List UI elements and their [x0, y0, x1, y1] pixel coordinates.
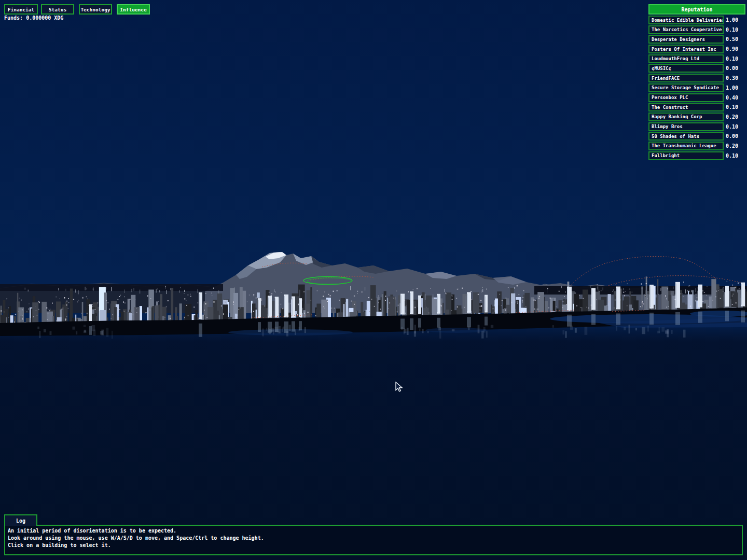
city-scene[interactable] — [0, 0, 747, 560]
reputation-company[interactable]: FriendFACE — [648, 74, 724, 82]
reputation-company[interactable]: ¢MUSIC¢ — [648, 64, 724, 73]
reputation-value: 1.00 — [726, 83, 744, 92]
reputation-company[interactable]: Blimpy Bros — [648, 122, 724, 131]
reputation-row: LoudmouthFrog Ltd 0.10 — [648, 54, 745, 63]
reputation-value: 0.10 — [726, 25, 744, 34]
log-line: An initial period of disorientation is t… — [8, 527, 739, 535]
reputation-company[interactable]: The Construct — [648, 103, 724, 111]
reputation-row: Domestic Edible Deliveries 1.00 — [648, 16, 745, 24]
reputation-value: 0.10 — [726, 122, 744, 131]
reputation-company[interactable]: LoudmouthFrog Ltd — [648, 54, 724, 63]
reputation-header: Reputation — [648, 4, 745, 15]
reputation-row: Personbox PLC 0.40 — [648, 93, 745, 102]
reputation-company[interactable]: Secure Storage Syndicate — [648, 83, 724, 92]
reputation-row: Happy Banking Corp 0.20 — [648, 113, 745, 121]
log-line: Look around using the mouse, use W/A/S/D… — [8, 535, 739, 542]
log-tab[interactable]: Log — [4, 514, 37, 526]
technology-button[interactable]: Technology — [79, 4, 112, 15]
reputation-value: 0.30 — [726, 74, 744, 82]
reputation-value: 0.10 — [726, 151, 744, 160]
reputation-value: 1.00 — [726, 16, 744, 24]
reputation-company[interactable]: 50 Shades of Hats — [648, 132, 724, 141]
reputation-row: The Narcotics Cooperative 0.10 — [648, 25, 745, 34]
reputation-row: Blimpy Bros 0.10 — [648, 122, 745, 131]
reputation-value: 0.40 — [726, 93, 744, 102]
reputation-row: Secure Storage Syndicate 1.00 — [648, 83, 745, 92]
reputation-company[interactable]: The Narcotics Cooperative — [648, 25, 724, 34]
reputation-row: 50 Shades of Hats 0.00 — [648, 132, 745, 141]
reputation-value: 0.20 — [726, 113, 744, 121]
reputation-value: 0.20 — [726, 142, 744, 150]
reputation-row: The Transhumanic League 0.20 — [648, 142, 745, 150]
reputation-company[interactable]: Desperate Designers — [648, 35, 724, 44]
reputation-row: Desperate Designers 0.50 — [648, 35, 745, 44]
reputation-value: 0.90 — [726, 45, 744, 53]
log-message-box: An initial period of disorientation is t… — [4, 525, 743, 555]
reputation-value: 0.00 — [726, 64, 744, 73]
financial-button[interactable]: Financial — [4, 4, 38, 15]
funds-label: Funds: 0.000000 XDG — [4, 15, 63, 21]
reputation-company[interactable]: Domestic Edible Deliveries — [648, 16, 724, 24]
reputation-value: 0.00 — [726, 132, 744, 141]
reputation-row: Posters Of Interest Inc 0.90 — [648, 45, 745, 53]
reputation-company[interactable]: Personbox PLC — [648, 93, 724, 102]
reputation-company[interactable]: Fullbright — [648, 151, 724, 160]
reputation-row: Fullbright 0.10 — [648, 151, 745, 160]
reputation-row: The Construct 0.10 — [648, 103, 745, 111]
reputation-row: FriendFACE 0.30 — [648, 74, 745, 82]
log-line: Click on a building to select it. — [8, 542, 739, 549]
reputation-company[interactable]: Posters Of Interest Inc — [648, 45, 724, 53]
reputation-panel: Reputation Domestic Edible Deliveries 1.… — [648, 4, 745, 161]
reputation-company[interactable]: The Transhumanic League — [648, 142, 724, 150]
reputation-row: ¢MUSIC¢ 0.00 — [648, 64, 745, 73]
reputation-value: 0.10 — [726, 103, 744, 111]
reputation-value: 0.50 — [726, 35, 744, 44]
reputation-company[interactable]: Happy Banking Corp — [648, 113, 724, 121]
influence-button[interactable]: Influence — [117, 4, 150, 15]
status-button[interactable]: Status — [41, 4, 74, 15]
reputation-value: 0.10 — [726, 54, 744, 63]
